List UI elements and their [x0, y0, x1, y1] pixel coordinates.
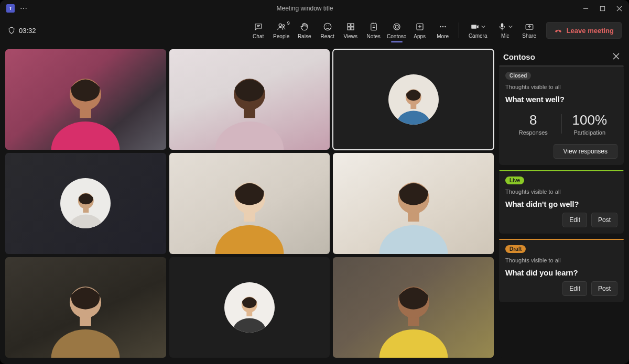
card-subtext: Thoughts visible to all	[505, 257, 617, 263]
more-icon	[438, 22, 448, 31]
participant-tile[interactable]	[5, 153, 166, 253]
svg-point-21	[394, 24, 400, 30]
edit-button[interactable]: Edit	[562, 281, 587, 296]
card-stats: 8Responses100%Participation	[505, 112, 617, 136]
participant-video	[29, 64, 142, 150]
more-button[interactable]: More	[431, 19, 454, 41]
close-button[interactable]	[615, 5, 623, 12]
emoji-icon	[323, 22, 332, 31]
contoso-label: Contoso	[387, 34, 406, 39]
chevron-down-icon[interactable]	[508, 24, 513, 29]
stat: 100%Participation	[562, 112, 618, 136]
apps-button[interactable]: Apps	[408, 19, 431, 41]
post-button[interactable]: Post	[591, 281, 617, 296]
leave-button[interactable]: Leave meeting	[546, 22, 622, 39]
hand-icon	[300, 22, 309, 31]
svg-point-27	[442, 26, 443, 27]
views-label: Views	[343, 34, 357, 39]
svg-point-55	[379, 329, 448, 357]
panel-title: Contoso	[503, 52, 535, 61]
svg-point-6	[279, 24, 281, 26]
panel-card: LiveThoughts visible to allWhat didn't g…	[499, 170, 624, 234]
svg-rect-11	[348, 24, 350, 26]
svg-rect-29	[501, 23, 503, 27]
status-badge: Draft	[505, 245, 526, 253]
video-grid	[5, 49, 494, 358]
status-badge: Live	[505, 177, 524, 184]
more-label: More	[437, 34, 449, 39]
notes-icon	[369, 22, 378, 31]
panel-cards: ClosedThoughts visible to allWhat went w…	[499, 65, 624, 307]
svg-rect-12	[351, 24, 353, 26]
react-label: React	[321, 34, 334, 39]
participant-video	[29, 272, 142, 358]
people-button[interactable]: 9 People	[270, 19, 293, 41]
participant-tile[interactable]	[333, 49, 494, 150]
edit-button[interactable]: Edit	[562, 213, 587, 227]
status-badge: Closed	[505, 72, 531, 80]
participant-tile[interactable]	[333, 153, 494, 253]
svg-point-8	[324, 23, 331, 30]
svg-rect-13	[348, 27, 350, 30]
participant-tile[interactable]	[333, 257, 494, 358]
contoso-app-button[interactable]: Contoso	[385, 19, 408, 41]
panel-close-button[interactable]	[613, 52, 620, 61]
panel-card: DraftThoughts visible to allWhat did you…	[499, 239, 624, 302]
meeting-window: T ⋯ Meeting window title 03:32 Chat 9 Pe…	[0, 0, 629, 364]
chat-button[interactable]: Chat	[247, 19, 270, 41]
timer-text: 03:32	[19, 27, 36, 35]
views-button[interactable]: Views	[339, 19, 362, 41]
hangup-icon	[554, 26, 562, 35]
stat: 8Responses	[505, 112, 561, 136]
svg-point-7	[283, 25, 285, 27]
notes-button[interactable]: Notes	[362, 19, 385, 41]
share-icon	[525, 22, 534, 31]
meeting-timer: 03:32	[7, 26, 36, 35]
participant-tile[interactable]	[5, 49, 166, 150]
svg-point-28	[444, 26, 446, 27]
participant-tile[interactable]	[169, 257, 330, 358]
card-question: What went well?	[505, 95, 617, 104]
overflow-icon[interactable]: ⋯	[20, 4, 28, 13]
participant-tile[interactable]	[169, 49, 330, 150]
minimize-button[interactable]	[582, 5, 589, 12]
participant-avatar	[60, 178, 111, 228]
share-button[interactable]: Share	[518, 19, 541, 41]
svg-point-49	[51, 329, 120, 357]
chat-label: Chat	[253, 34, 264, 39]
window-title: Meeting window title	[28, 5, 582, 12]
svg-point-31	[51, 122, 120, 150]
card-subtext: Thoughts visible to all	[505, 84, 617, 90]
camera-icon	[470, 22, 480, 31]
mic-button[interactable]: Mic	[493, 19, 518, 41]
card-question: What did you learn?	[505, 269, 617, 277]
participant-tile[interactable]	[169, 153, 330, 253]
grid-icon	[346, 22, 355, 31]
react-button[interactable]: React	[316, 19, 339, 41]
participant-avatar	[388, 74, 439, 125]
chevron-down-icon[interactable]	[481, 24, 486, 29]
svg-rect-1	[600, 6, 604, 10]
people-count: 9	[287, 20, 290, 26]
raise-hand-button[interactable]: Raise	[293, 19, 316, 41]
card-buttons: EditPost	[505, 281, 617, 296]
svg-point-52	[232, 318, 266, 333]
card-question: What didn't go well?	[505, 200, 617, 208]
camera-button[interactable]: Camera	[463, 19, 493, 41]
center-controls: Chat 9 People Raise React Views Notes	[247, 19, 541, 41]
leave-label: Leave meeting	[567, 27, 614, 35]
maximize-button[interactable]	[599, 5, 606, 12]
post-button[interactable]: Post	[591, 213, 617, 227]
share-label: Share	[522, 33, 536, 39]
view-responses-button[interactable]: View responses	[554, 144, 618, 159]
people-icon	[277, 22, 286, 31]
notes-label: Notes	[367, 34, 381, 39]
people-label: People	[273, 34, 289, 39]
participant-tile[interactable]	[5, 257, 166, 358]
apps-label: Apps	[414, 34, 426, 39]
svg-point-9	[326, 26, 327, 27]
card-subtext: Thoughts visible to all	[505, 189, 617, 195]
svg-rect-15	[371, 24, 376, 30]
participant-video	[357, 272, 470, 358]
meeting-body: Contoso ClosedThoughts visible to allWha…	[0, 44, 629, 364]
